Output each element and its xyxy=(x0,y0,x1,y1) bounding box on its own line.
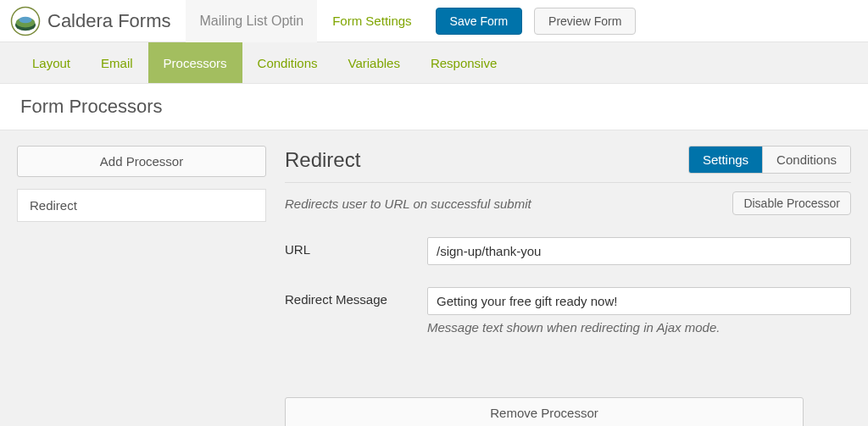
tab-conditions[interactable]: Conditions xyxy=(762,147,850,173)
field-row-redirect-message: Redirect Message Message text shown when… xyxy=(285,287,851,335)
main-area: Add Processor Redirect Redirect Settings… xyxy=(0,130,868,426)
processor-title: Redirect xyxy=(285,148,360,172)
svg-point-3 xyxy=(19,16,32,23)
processor-panel: Redirect Settings Conditions Redirects u… xyxy=(285,146,851,426)
form-name[interactable]: Mailing List Optin xyxy=(186,0,317,42)
processor-header: Redirect Settings Conditions xyxy=(285,146,851,183)
remove-processor-button[interactable]: Remove Processor xyxy=(285,397,804,426)
processor-sidebar: Add Processor Redirect xyxy=(17,146,266,426)
page-title-bar: Form Processors xyxy=(0,83,868,130)
topbar: Caldera Forms Mailing List Optin Form Se… xyxy=(0,0,868,42)
nav-processors[interactable]: Processors xyxy=(148,42,242,83)
nav-variables[interactable]: Variables xyxy=(332,42,415,83)
save-form-button[interactable]: Save Form xyxy=(436,8,522,35)
nav-email[interactable]: Email xyxy=(86,42,148,83)
url-label: URL xyxy=(285,237,427,257)
field-row-url: URL xyxy=(285,237,851,265)
nav-layout[interactable]: Layout xyxy=(17,42,86,83)
processor-description-row: Redirects user to URL on successful subm… xyxy=(285,191,851,215)
redirect-message-input[interactable] xyxy=(427,287,851,315)
tab-settings[interactable]: Settings xyxy=(689,147,762,173)
app-title: Caldera Forms xyxy=(47,10,170,32)
form-settings-link[interactable]: Form Settings xyxy=(317,14,426,28)
nav-responsive[interactable]: Responsive xyxy=(415,42,512,83)
redirect-message-label: Redirect Message xyxy=(285,287,427,307)
processor-tab-group: Settings Conditions xyxy=(688,146,851,174)
remove-processor-row: Remove Processor xyxy=(285,397,851,426)
disable-processor-button[interactable]: Disable Processor xyxy=(732,191,851,215)
processor-list-item[interactable]: Redirect xyxy=(17,189,266,222)
redirect-message-help: Message text shown when redirecting in A… xyxy=(427,320,851,335)
add-processor-button[interactable]: Add Processor xyxy=(17,146,266,177)
nav-conditions[interactable]: Conditions xyxy=(242,42,333,83)
app-brand: Caldera Forms xyxy=(10,6,170,36)
secondary-nav: Layout Email Processors Conditions Varia… xyxy=(0,42,868,83)
page-title: Form Processors xyxy=(20,96,848,118)
app-logo-icon xyxy=(10,6,41,36)
processor-description: Redirects user to URL on successful subm… xyxy=(285,196,531,211)
preview-form-button[interactable]: Preview Form xyxy=(534,8,636,35)
url-input[interactable] xyxy=(427,237,851,265)
